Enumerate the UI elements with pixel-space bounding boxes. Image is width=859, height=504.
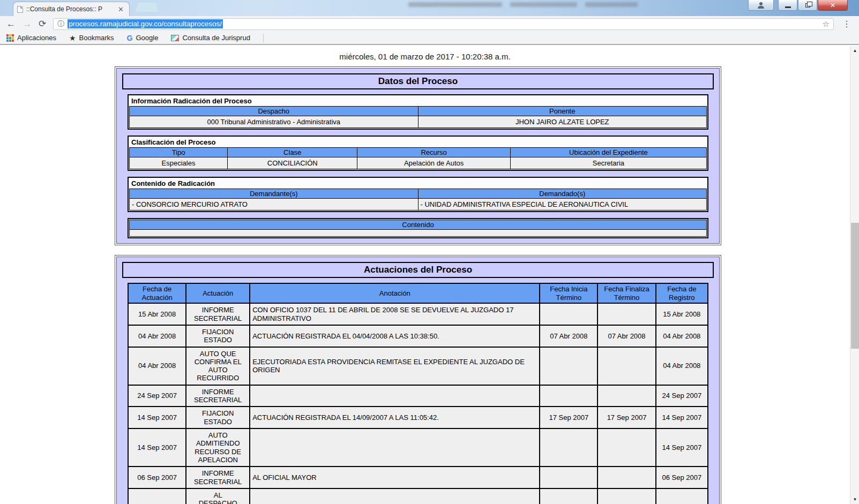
fecha-actuacion-cell: 14 Sep 2007: [128, 407, 186, 428]
actuacion-row: 14 Sep 2007AUTO ADMITIENDO RECURSO DE AP…: [128, 428, 708, 467]
clase-value: CONCILIACIÓN: [228, 157, 357, 169]
actuacion-cell: INFORME SECRETARIAL: [186, 385, 250, 407]
page-scrollbar[interactable]: ▲ ▼: [850, 46, 859, 504]
apps-grid-icon: [6, 34, 14, 42]
bookmark-bookmarks[interactable]: ★ Bookmarks: [69, 34, 114, 42]
bookmark-label: Consulta de Jurisprud: [182, 34, 250, 42]
star-icon: ★: [69, 34, 76, 42]
anotacion-cell: AL OFICIAL MAYOR: [250, 467, 540, 488]
fecha-actuacion-cell: 05 Sep 2007: [128, 488, 186, 504]
actuaciones-header-row: Fecha de Actuación Actuación Anotación F…: [128, 283, 708, 303]
actuaciones-panel: Actuaciones del Proceso Fecha de Actuaci…: [115, 255, 721, 504]
anotacion-cell: [250, 428, 540, 467]
browser-toolbar: ← → ⟳ ⓘ procesos.ramajudicial.gov.co/con…: [0, 16, 859, 32]
minimize-button[interactable]: [778, 0, 797, 11]
actuacion-row: 04 Abr 2008AUTO QUE CONFIRMA EL AUTO REC…: [128, 347, 708, 385]
column-header-fecha-actuacion: Fecha de Actuación: [128, 283, 186, 303]
column-header-despacho: Despacho: [130, 107, 419, 116]
fecha-actuacion-cell: 06 Sep 2007: [128, 467, 186, 488]
column-header-fecha-registro: Fecha de Registro: [656, 283, 708, 303]
fecha-inicia-cell: [540, 347, 597, 385]
bookmarks-bar: Aplicaciones ★ Bookmarks G Google Consul…: [0, 32, 859, 45]
fecha-finaliza-cell: [597, 467, 655, 488]
fecha-inicia-cell: 17 Sep 2007: [540, 407, 597, 428]
fecha-finaliza-cell: [597, 428, 655, 467]
close-button[interactable]: ✕: [818, 0, 848, 11]
anotacion-cell: CON OFICIO 1037 DEL 11 DE ABRIL DE 2008 …: [250, 303, 540, 325]
clasificacion-section: Clasificación del Proceso Tipo Clase Rec…: [128, 136, 708, 171]
bookmark-google[interactable]: G Google: [127, 34, 159, 42]
fecha-finaliza-cell: 07 Abr 2008: [597, 325, 655, 347]
fecha-inicia-cell: 07 Abr 2008: [540, 325, 597, 347]
back-button[interactable]: ←: [6, 19, 16, 28]
fecha-inicia-cell: [540, 467, 597, 488]
maximize-button[interactable]: [798, 0, 817, 11]
browser-tab[interactable]: ::Consulta de Procesos:: P ✕: [13, 2, 130, 16]
page-info-icon[interactable]: ⓘ: [57, 20, 64, 27]
contenido-section: Contenido: [128, 218, 708, 238]
fecha-finaliza-cell: 17 Sep 2007: [597, 407, 655, 428]
scroll-down-icon[interactable]: ▼: [850, 495, 859, 504]
actuacion-cell: AL DESPACHO POR REPARTO: [186, 488, 250, 504]
forward-button[interactable]: →: [23, 19, 32, 28]
fecha-registro-cell: 04 Abr 2008: [656, 325, 708, 347]
bookmark-label: Google: [136, 34, 158, 42]
tipo-value: Especiales: [130, 157, 228, 169]
tab-close-icon[interactable]: ✕: [116, 5, 125, 13]
column-header-recurso: Recurso: [357, 148, 510, 157]
address-bar[interactable]: ⓘ procesos.ramajudicial.gov.co/consultap…: [53, 18, 834, 30]
column-header-tipo: Tipo: [130, 148, 228, 157]
recurso-value: Apelación de Autos: [357, 157, 510, 169]
page-favicon: [17, 6, 23, 13]
actuacion-row: 24 Sep 2007INFORME SECRETARIAL 24 Sep 20…: [128, 385, 708, 407]
datos-proceso-title: Datos del Proceso: [122, 73, 714, 89]
actuacion-row: 15 Abr 2008INFORME SECRETARIALCON OFICIO…: [128, 303, 708, 325]
background-window-text: [585, 2, 638, 7]
reload-button[interactable]: ⟳: [39, 19, 46, 28]
column-header-contenido: Contenido: [130, 220, 707, 230]
page-datetime: miércoles, 01 de marzo de 2017 - 10:20:3…: [0, 46, 850, 66]
ubicacion-value: Secretaria: [510, 157, 706, 169]
despacho-value: 000 Tribunal Administrativo - Administra…: [130, 116, 419, 128]
bookmark-jurisprudencia[interactable]: Consulta de Jurisprud: [171, 34, 250, 42]
fecha-actuacion-cell: 04 Abr 2008: [128, 347, 186, 385]
anotacion-cell: ACTUACIÓN REGISTRADA EL 04/04/2008 A LAS…: [250, 325, 540, 347]
actuacion-cell: FIJACION ESTADO: [186, 325, 250, 347]
fecha-registro-cell: 06 Sep 2007: [656, 467, 708, 488]
section-label: Contenido de Radicación: [129, 178, 707, 189]
actuaciones-table: Fecha de Actuación Actuación Anotación F…: [128, 283, 708, 504]
fecha-actuacion-cell: 15 Abr 2008: [128, 303, 186, 325]
column-header-ponente: Ponente: [418, 107, 707, 116]
background-window-text: [408, 2, 502, 7]
demandantes-value: - CONSORCIO MERCURIO ATRATO: [130, 199, 419, 210]
restore-icon: [805, 3, 810, 7]
fecha-registro-cell: 14 Sep 2007: [656, 407, 708, 428]
anotacion-cell: ACTUACIÓN REGISTRADA EL 14/09/2007 A LAS…: [250, 407, 540, 428]
chrome-menu-icon[interactable]: ⋮: [841, 19, 853, 29]
fecha-inicia-cell: [540, 385, 597, 407]
bookmark-star-icon[interactable]: ☆: [823, 20, 830, 28]
fecha-inicia-cell: [540, 303, 597, 325]
fecha-registro-cell: 04 Abr 2008: [656, 347, 708, 385]
fecha-finaliza-cell: [597, 303, 655, 325]
fecha-registro-cell: 14 Sep 2007: [656, 428, 708, 467]
column-header-demandantes: Demandante(s): [130, 189, 419, 199]
scrollbar-thumb[interactable]: [851, 223, 859, 349]
actuacion-cell: INFORME SECRETARIAL: [186, 303, 250, 325]
scroll-up-icon[interactable]: ▲: [850, 46, 859, 55]
person-icon: [757, 2, 765, 9]
actuaciones-table-body: 15 Abr 2008INFORME SECRETARIALCON OFICIO…: [128, 303, 708, 504]
column-header-actuacion: Actuación: [186, 283, 250, 303]
page-viewport: miércoles, 01 de marzo de 2017 - 10:20:3…: [0, 46, 850, 504]
fecha-actuacion-cell: 14 Sep 2007: [128, 428, 186, 467]
anotacion-cell: [250, 385, 540, 407]
profile-button[interactable]: [748, 0, 774, 11]
fecha-actuacion-cell: 04 Abr 2008: [128, 325, 186, 347]
bookmark-apps[interactable]: Aplicaciones: [6, 34, 56, 42]
actuacion-row: 04 Abr 2008FIJACION ESTADOACTUACIÓN REGI…: [128, 325, 708, 347]
actuacion-cell: INFORME SECRETARIAL: [186, 467, 250, 488]
new-tab-button[interactable]: [135, 3, 159, 12]
column-header-fecha-inicia: Fecha Inicia Término: [540, 283, 597, 303]
google-g-icon: G: [127, 34, 133, 42]
actuacion-cell: AUTO QUE CONFIRMA EL AUTO RECURRIDO: [186, 347, 250, 385]
